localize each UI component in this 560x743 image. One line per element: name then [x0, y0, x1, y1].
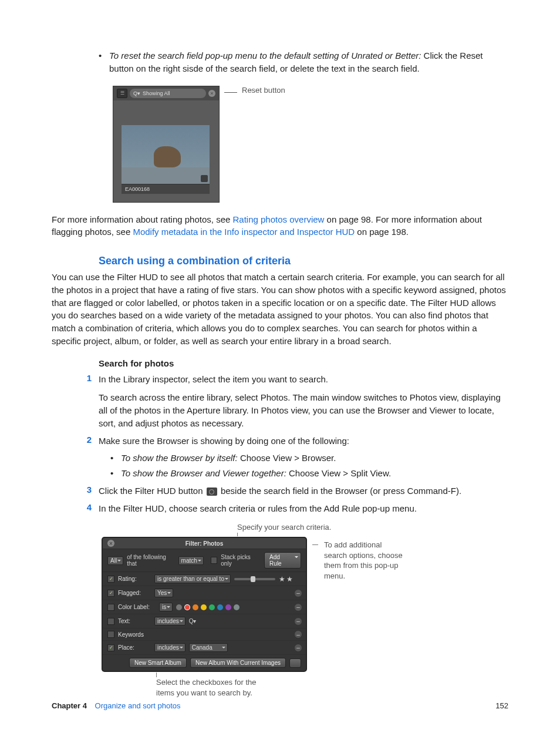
reset-button-icon: ×	[208, 90, 215, 97]
footer-title: Organize and sort photos	[95, 701, 181, 710]
section-heading: Search using a combination of criteria	[99, 255, 508, 267]
search-field: Q▾ Showing All	[130, 89, 206, 98]
rating-checkbox: ✓	[107, 576, 114, 583]
search-glass-icon: Q▾	[133, 90, 140, 96]
figure-search-panel: ☰ Q▾ Showing All × EA000168 Re	[113, 86, 508, 203]
flagged-label: Flagged:	[118, 590, 151, 596]
place-value: Canada	[189, 643, 228, 652]
stack-picks-checkbox	[211, 557, 217, 564]
keywords-checkbox	[107, 631, 114, 638]
keywords-label: Keywords	[118, 631, 151, 638]
sub-heading: Search for photos	[99, 358, 508, 368]
remove-row-icon: –	[294, 644, 302, 652]
place-label: Place:	[118, 644, 151, 651]
thumbnail-image	[122, 125, 210, 184]
of-following-label: of the following that	[127, 554, 174, 567]
paragraph-rating-info: For more information about rating photos…	[52, 213, 508, 239]
place-checkbox: ✓	[107, 644, 114, 651]
footer-left: Chapter 4 Organize and sort photos	[52, 701, 181, 710]
search-placeholder: Showing All	[143, 90, 170, 96]
new-smart-album-button: New Smart Album	[129, 658, 187, 668]
sub-bullet-lead: To show the Browser by itself:	[121, 453, 240, 463]
hud-title: Filter: Photos	[114, 540, 294, 547]
text-op-dropdown: includes	[154, 617, 185, 626]
place-op-dropdown: includes	[154, 643, 185, 652]
rating-stars: ★★	[279, 575, 294, 583]
remove-row-icon: –	[294, 617, 302, 626]
footer-chapter: Chapter 4	[52, 701, 87, 710]
step-1-note: To search across the entire library, sel…	[99, 391, 508, 429]
sub-bullet-rest: Choose View > Browser.	[240, 453, 336, 463]
figure-filter-hud: Specify your search criteria. × Filter: …	[102, 523, 508, 698]
stack-picks-label: Stack picks only	[221, 554, 261, 567]
new-album-button: New Album With Current Images	[190, 658, 286, 668]
step-number-1: 1	[52, 373, 92, 430]
bullet: •	[99, 49, 103, 75]
add-rule-button: Add Rule	[264, 552, 301, 569]
bullet: •	[110, 452, 115, 465]
filter-hud-window: × Filter: Photos All of the following th…	[102, 537, 306, 671]
flagged-dropdown: Yes	[154, 589, 173, 597]
text-label: Text:	[118, 618, 151, 624]
color-label: Color Label:	[118, 604, 156, 610]
rating-label: Rating:	[118, 576, 151, 582]
search-glass-icon: Q▾	[189, 618, 197, 624]
callout-right: To add additional search options, choose…	[324, 540, 406, 581]
flagged-checkbox: ✓	[107, 590, 114, 597]
link-rating-overview[interactable]: Rating photos overview	[233, 214, 325, 224]
step-number-3: 3	[52, 485, 92, 497]
step-number-2: 2	[52, 435, 92, 448]
step-2-text: Make sure the Browser is showing by doin…	[99, 435, 508, 448]
sub-bullet-rest: Choose View > Split View.	[289, 468, 391, 478]
thumbnail-caption: EA000168	[122, 184, 210, 194]
step-3b: beside the search field in the Browser (…	[218, 486, 461, 496]
remove-row-icon: –	[294, 630, 302, 638]
color-checkbox	[107, 604, 114, 611]
color-dots	[176, 604, 239, 610]
filter-hud-button-icon	[207, 488, 217, 496]
filter-hud-icon: ☰	[117, 89, 127, 98]
color-op-dropdown: is	[159, 603, 173, 611]
text-checkbox	[107, 618, 114, 625]
sub-bullet-lead: To show the Browser and Viewer together:	[121, 468, 289, 478]
step-3a: Click the Filter HUD button	[99, 486, 205, 496]
bullet-text: To reset the search field pop-up menu to…	[109, 49, 508, 75]
rating-slider	[234, 578, 275, 580]
section-paragraph: You can use the Filter HUD to see all ph…	[52, 271, 508, 348]
callout-top: Specify your search criteria.	[237, 523, 331, 532]
all-dropdown: All	[107, 556, 123, 565]
remove-row-icon: –	[294, 589, 302, 597]
close-icon: ×	[107, 540, 114, 547]
footer-page: 152	[495, 701, 508, 710]
bullet: •	[110, 467, 115, 480]
callout-reset-button: Reset button	[242, 86, 285, 95]
callout-bottom: Select the checkboxes for the items you …	[156, 677, 274, 698]
bullet-lead: To reset the search field pop-up menu to…	[109, 51, 424, 60]
rating-op-dropdown: is greater than or equal to	[154, 574, 231, 583]
step-1-text: In the Library inspector, select the ite…	[99, 373, 508, 386]
badge-icon	[201, 175, 208, 182]
step-number-4: 4	[52, 502, 92, 515]
gear-icon	[289, 658, 301, 668]
match-dropdown: match	[178, 556, 204, 565]
step-4-text: In the Filter HUD, choose search criteri…	[99, 502, 508, 515]
link-modify-metadata[interactable]: Modify metadata in the Info inspector an…	[133, 227, 355, 237]
remove-row-icon: –	[294, 603, 302, 611]
